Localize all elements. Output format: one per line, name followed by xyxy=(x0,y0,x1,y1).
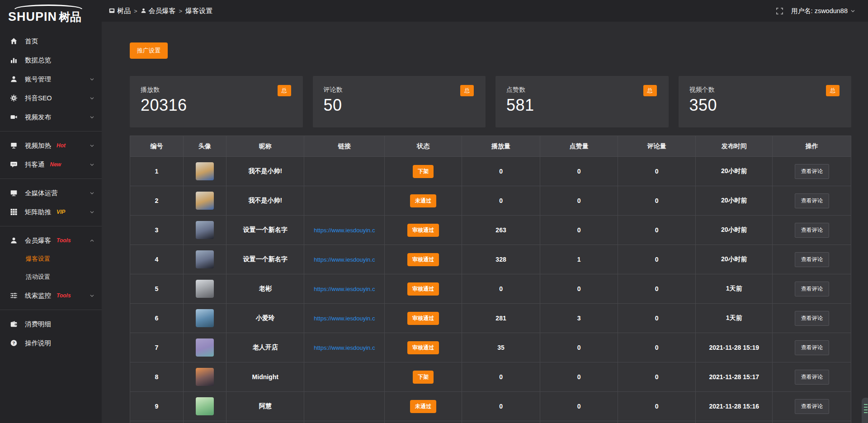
cell-nickname: 小爱玲 xyxy=(226,304,304,333)
view-comments-button[interactable]: 查看评论 xyxy=(795,399,829,414)
sidebar-item-douketong[interactable]: 抖客通New xyxy=(0,155,102,174)
column-header: 状态 xyxy=(385,136,462,157)
stat-label: 播放数 xyxy=(141,86,292,94)
avatar xyxy=(196,162,214,180)
chevron-down-icon xyxy=(90,210,94,215)
avatar xyxy=(196,280,214,298)
cell-id: 4 xyxy=(130,245,184,274)
breadcrumb-label: 爆客设置 xyxy=(185,7,212,15)
breadcrumb-item-member[interactable]: 会员爆客 xyxy=(141,7,176,15)
sidebar-item-member-baoke[interactable]: 会员爆客Tools xyxy=(0,231,102,250)
chevron-up-icon xyxy=(90,238,94,243)
sidebar-item-operation-guide[interactable]: ?操作说明 xyxy=(0,334,102,352)
cell-avatar xyxy=(183,216,226,245)
table-body: 1我不是小帅!下架00020小时前查看评论2我不是小帅!未通过00020小时前查… xyxy=(130,157,851,423)
column-header: 操作 xyxy=(773,136,851,157)
sidebar-item-home[interactable]: 首页 xyxy=(0,32,102,51)
view-comments-button[interactable]: 查看评论 xyxy=(795,340,829,355)
breadcrumb-item-home[interactable]: 树品 xyxy=(109,7,131,15)
sidebar-item-matrix-boost[interactable]: 矩阵助推VIP xyxy=(0,202,102,221)
video-link[interactable]: https://www.iesdouyin.c xyxy=(304,256,384,263)
promo-settings-button[interactable]: 推广设置 xyxy=(130,42,168,59)
sidebar-item-omnimedia-operation[interactable]: 全媒体运营 xyxy=(0,183,102,202)
table-row: 9阿慧未通过0002021-11-28 15:16查看评论 xyxy=(130,392,851,421)
table-row: 审核通过 xyxy=(130,421,851,423)
cell-likes: 0 xyxy=(540,362,618,392)
video-link[interactable]: https://www.iesdouyin.c xyxy=(304,315,384,322)
breadcrumb-item-current: 爆客设置 xyxy=(185,7,212,15)
sidebar-item-data-overview[interactable]: 数据总览 xyxy=(0,51,102,70)
table-row: 7老人开店https://www.iesdouyin.c审核通过35002021… xyxy=(130,333,851,362)
cell-time: 20小时前 xyxy=(696,245,773,274)
cell-nickname: 老彬 xyxy=(226,274,304,304)
cell-id: 2 xyxy=(130,186,184,216)
sidebar-item-label: 操作说明 xyxy=(25,339,51,348)
view-comments-button[interactable]: 查看评论 xyxy=(795,282,829,296)
sidebar-item-video-publish[interactable]: 视频发布 xyxy=(0,108,102,127)
view-comments-button[interactable]: 查看评论 xyxy=(795,223,829,238)
chevron-down-icon xyxy=(90,293,94,298)
sidebar-subitem-activity-settings[interactable]: 活动设置 xyxy=(0,268,102,286)
sidebar-divider xyxy=(0,226,102,226)
stat-value: 20316 xyxy=(141,96,292,115)
column-header: 头像 xyxy=(183,136,226,157)
cell-nickname: 阿慧 xyxy=(226,392,304,421)
user-menu[interactable]: 用户名: zswodun88 xyxy=(791,7,855,15)
cell-action xyxy=(773,421,851,423)
cell-status: 审核通过 xyxy=(385,304,462,333)
fullscreen-icon[interactable] xyxy=(776,8,783,14)
video-link[interactable]: https://www.iesdouyin.c xyxy=(304,286,384,292)
cell-nickname: 老人开店 xyxy=(226,333,304,362)
status-badge: 未通过 xyxy=(410,194,436,207)
cell-comments: 0 xyxy=(618,362,696,392)
view-comments-button[interactable]: 查看评论 xyxy=(795,252,829,267)
cell-comments: 0 xyxy=(618,304,696,333)
logo-text-cn: 树品 xyxy=(59,9,81,24)
view-comments-button[interactable]: 查看评论 xyxy=(795,193,829,208)
table-row: 6小爱玲https://www.iesdouyin.c审核通过281301天前查… xyxy=(130,304,851,333)
avatar xyxy=(196,250,214,268)
sidebar-item-douyin-seo[interactable]: 抖音SEO xyxy=(0,89,102,108)
column-header: 播放量 xyxy=(462,136,540,157)
cell-nickname: 我不是小帅! xyxy=(226,186,304,216)
sidebar-item-video-heating[interactable]: 视频加热Hot xyxy=(0,136,102,155)
cell-action: 查看评论 xyxy=(773,245,851,274)
screen-icon xyxy=(10,142,18,149)
sidebar-item-label: 视频发布 xyxy=(25,113,51,122)
cell-action: 查看评论 xyxy=(773,157,851,186)
cell-nickname: Midnight xyxy=(226,362,304,392)
cell-status: 审核通过 xyxy=(385,274,462,304)
stat-value: 50 xyxy=(324,96,475,115)
breadcrumb-label: 树品 xyxy=(117,7,131,15)
table-row: 3设置一个新名字https://www.iesdouyin.c审核通过26300… xyxy=(130,216,851,245)
view-comments-button[interactable]: 查看评论 xyxy=(795,311,829,326)
cell-plays: 0 xyxy=(462,157,540,186)
view-comments-button[interactable]: 查看评论 xyxy=(795,370,829,385)
view-comments-button[interactable]: 查看评论 xyxy=(795,164,829,179)
cell-action: 查看评论 xyxy=(773,216,851,245)
sidebar-item-tag: New xyxy=(50,161,61,168)
sidebar-item-clue-monitor[interactable]: 线索监控Tools xyxy=(0,286,102,305)
sidebar-item-label: 矩阵助推 xyxy=(25,208,51,216)
sidebar-subitem-baoke-settings[interactable]: 爆客设置 xyxy=(0,250,102,268)
cell-time: 20小时前 xyxy=(696,157,773,186)
sidebar-item-consumption-detail[interactable]: 消费明细 xyxy=(0,315,102,334)
video-link[interactable]: https://www.iesdouyin.c xyxy=(304,344,384,351)
cell-time xyxy=(696,421,773,423)
breadcrumb-label: 会员爆客 xyxy=(149,7,176,15)
cell-avatar xyxy=(183,333,226,362)
cell-avatar xyxy=(183,186,226,216)
video-link[interactable]: https://www.iesdouyin.c xyxy=(304,227,384,234)
table-header-row: 编号头像昵称链接状态播放量点赞量评论量发布时间操作 xyxy=(130,136,851,157)
cell-comments: 0 xyxy=(618,216,696,245)
stat-value: 350 xyxy=(689,96,841,115)
sidebar-item-label: 抖客通 xyxy=(25,160,45,169)
user-icon xyxy=(141,7,146,15)
breadcrumb-separator: > xyxy=(179,8,183,14)
cell-time: 20小时前 xyxy=(696,216,773,245)
right-edge-widget[interactable] xyxy=(862,398,868,423)
cell-comments: 0 xyxy=(618,157,696,186)
stat-total-badge: 总 xyxy=(278,85,291,96)
sidebar-item-account-management[interactable]: 账号管理 xyxy=(0,70,102,89)
avatar xyxy=(196,309,214,327)
